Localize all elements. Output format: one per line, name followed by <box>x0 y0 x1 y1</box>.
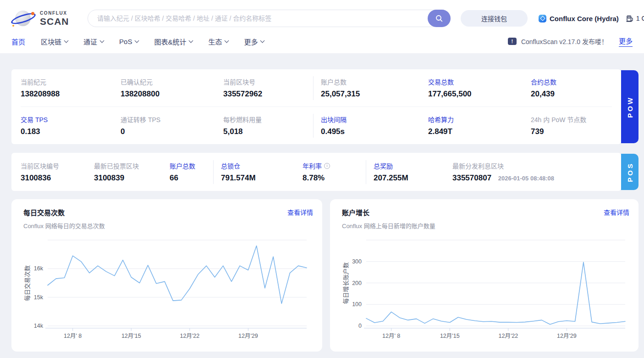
svg-text:12月'22: 12月'22 <box>498 333 518 339</box>
svg-text:12月' 8: 12月' 8 <box>382 333 400 339</box>
chevron-down-icon <box>189 38 193 43</box>
stat-token-transfer-tps: 通证转移 TPS 0 <box>121 115 223 136</box>
svg-text:0: 0 <box>358 323 362 329</box>
account-growth-chart: 010020030012月' 812月'1512月'2212月'29每日增长账户… <box>336 237 634 345</box>
svg-text:12月'15: 12月'15 <box>440 333 460 339</box>
search-bar <box>88 10 451 27</box>
nav-ecosystem[interactable]: 生态 <box>208 37 228 46</box>
stat-total-accounts: 账户总数 25,057,315 <box>321 77 428 99</box>
announcement-icon: ! <box>508 38 517 45</box>
stat-block-interval: 出块间隔 0.495s <box>321 115 428 136</box>
stat-current-block-number: 当前区块号 335572962 <box>223 77 321 99</box>
stat-transaction-tps: 交易 TPS 0.183 <box>21 115 121 136</box>
search-icon <box>435 14 443 22</box>
pos-tab[interactable]: POS <box>621 154 638 190</box>
chevron-down-icon <box>64 38 69 43</box>
announcement-bar: ! ConfluxScan v2.17.0 发布喽！ 更多 <box>508 36 633 47</box>
svg-text:16k: 16k <box>34 265 44 272</box>
nav-blockchain[interactable]: 区块链 <box>41 37 68 46</box>
nav-tokens[interactable]: 通证 <box>83 37 104 46</box>
pos-apy: 年利率 i 8.78% <box>303 161 374 183</box>
gas-pump-icon <box>626 15 634 22</box>
chart-title: 账户增长 <box>336 207 630 217</box>
svg-text:300: 300 <box>352 258 362 265</box>
pos-current-block-number: 当前区块编号 3100836 <box>21 161 94 183</box>
connect-wallet-button[interactable]: 连接钱包 <box>461 10 528 27</box>
svg-text:200: 200 <box>352 280 362 286</box>
pos-latest-interest-block: 最新分发利息区块 335570807 2026-01-05 08:48:08 <box>452 161 612 183</box>
nav-more[interactable]: 更多 <box>244 37 264 46</box>
view-details-link[interactable]: 查看详情 <box>604 207 629 217</box>
chart-subtitle: Conflux 网络每日的交易总次数 <box>18 221 314 230</box>
stat-pow-nodes-24h: 24h 内 PoW 节点数 739 <box>531 115 612 136</box>
svg-text:14k: 14k <box>34 323 44 329</box>
pow-tab[interactable]: POW <box>621 70 638 143</box>
main-nav: 首页 区块链 通证 PoS 图表&统计 生态 <box>11 37 264 46</box>
search-input[interactable] <box>88 15 450 22</box>
conflux-network-icon <box>539 15 546 22</box>
search-button[interactable] <box>428 10 451 27</box>
view-details-link[interactable]: 查看详情 <box>287 207 313 217</box>
svg-text:12月' 8: 12月' 8 <box>64 333 82 339</box>
network-selector[interactable]: Conflux Core (Hydra) <box>539 15 619 22</box>
nav-pos[interactable]: PoS <box>119 38 138 45</box>
pos-total-locked: 总锁仓 791.574M <box>221 161 303 183</box>
chevron-down-icon <box>100 38 105 43</box>
svg-text:15k: 15k <box>34 294 44 301</box>
account-growth-card: 账户增长 Conflux 网络上每日新增的账户数量 查看详情 010020030… <box>330 199 638 352</box>
nav-charts-statistics[interactable]: 图表&统计 <box>154 37 193 46</box>
info-icon[interactable]: i <box>324 163 330 169</box>
chevron-down-icon <box>225 38 229 43</box>
stat-gas-per-second: 每秒燃料用量 5,018 <box>223 115 321 136</box>
svg-text:12月'15: 12月'15 <box>121 333 141 339</box>
logo-text-conflux: CONFLUX <box>40 11 69 16</box>
nav-home[interactable]: 首页 <box>11 37 25 46</box>
top-header: CONFLUX SCAN 连接钱包 Conflux Core (Hydra) <box>0 0 644 53</box>
gas-price-indicator[interactable]: 1 Gdrip <box>626 15 644 22</box>
stat-total-contracts: 合约总数 20,439 <box>531 77 612 99</box>
logo-text-scan: SCAN <box>40 17 69 26</box>
pos-panel: 当前区块编号 3100836 最新已投票区块 3100839 账户总数 66 总… <box>11 153 621 191</box>
stat-confirmed-epoch: 已确认纪元 138208800 <box>121 77 223 99</box>
svg-text:每日交易次数: 每日交易次数 <box>24 265 31 301</box>
stat-total-transactions: 交易总数 177,665,500 <box>428 77 531 99</box>
interest-block-timestamp: 2026-01-05 08:48:08 <box>498 175 554 182</box>
announcement-more-link[interactable]: 更多 <box>619 36 633 47</box>
chevron-down-icon <box>260 38 265 43</box>
dashboard: 当前纪元 138208988 已确认纪元 138208800 当前区块号 335… <box>0 69 644 352</box>
svg-text:每日增长账户数: 每日增长账户数 <box>342 262 349 304</box>
confluxscan-logo[interactable]: CONFLUX SCAN <box>11 9 77 28</box>
pow-panel: 当前纪元 138208988 已确认纪元 138208800 当前区块号 335… <box>11 69 621 144</box>
announcement-text: ConfluxScan v2.17.0 发布喽！ <box>521 37 608 46</box>
daily-transactions-card: 每日交易次数 Conflux 网络每日的交易总次数 查看详情 14k15k16k… <box>11 199 322 352</box>
stat-current-epoch: 当前纪元 138208988 <box>21 77 121 99</box>
gas-price-value: 1 Gdrip <box>636 15 644 22</box>
chevron-down-icon <box>135 38 139 43</box>
chart-title: 每日交易次数 <box>18 207 314 217</box>
chart-subtitle: Conflux 网络上每日新增的账户数量 <box>336 221 630 230</box>
svg-text:12月'29: 12月'29 <box>557 333 577 339</box>
pos-total-reward: 总奖励 207.255M <box>374 161 452 183</box>
svg-text:12月'29: 12月'29 <box>238 333 258 339</box>
planet-logo-icon <box>11 9 35 28</box>
daily-transactions-chart: 14k15k16k12月' 812月'1512月'2212月'29每日交易次数 <box>18 237 316 345</box>
pos-latest-voted-block: 最新已投票区块 3100839 <box>94 161 170 183</box>
network-name: Conflux Core (Hydra) <box>550 15 619 22</box>
stat-hashrate: 哈希算力 2.849T <box>428 115 531 136</box>
charts-row: 每日交易次数 Conflux 网络每日的交易总次数 查看详情 14k15k16k… <box>11 199 638 352</box>
svg-text:100: 100 <box>352 301 362 308</box>
svg-text:12月'22: 12月'22 <box>180 333 199 339</box>
